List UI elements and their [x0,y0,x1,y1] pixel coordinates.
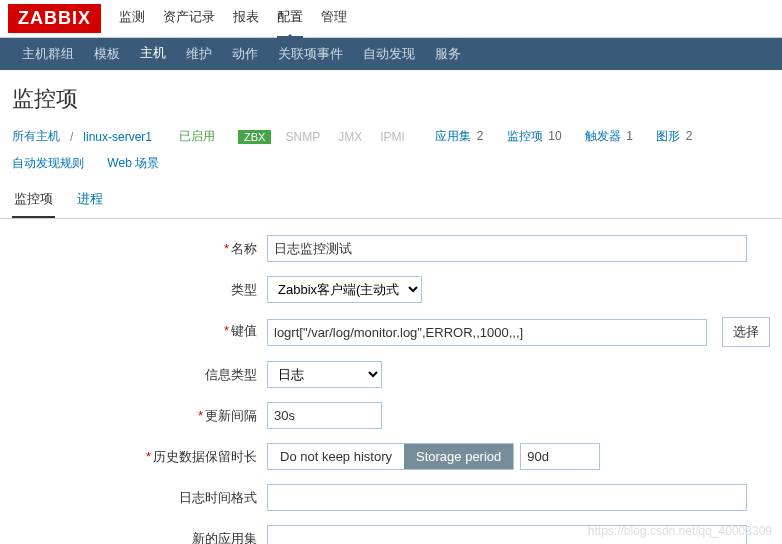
bc-items-count: 10 [548,129,561,143]
bc-graphs-count: 2 [686,129,693,143]
page-title: 监控项 [0,70,782,124]
label-name: *名称 [12,235,267,258]
bc-discovery[interactable]: 自动发现规则 [12,155,84,172]
badge-ipmi: IPMI [376,129,409,145]
input-key[interactable] [267,319,707,346]
history-opt-period[interactable]: Storage period [404,444,513,469]
bc-triggers[interactable]: 触发器 [585,129,621,143]
watermark: https://blog.csdn.net/qq_40003309 [588,524,772,538]
topnav-configuration[interactable]: 配置 [277,0,303,39]
logo[interactable]: ZABBIX [8,4,101,33]
bc-graphs[interactable]: 图形 [656,129,680,143]
sub-nav: 主机群组 模板 主机 维护 动作 关联项事件 自动发现 服务 [0,38,782,70]
label-infotype: 信息类型 [12,361,267,384]
subnav-services[interactable]: 服务 [425,37,471,71]
select-infotype[interactable]: 日志 [267,361,382,388]
top-nav: 监测 资产记录 报表 配置 管理 [119,0,347,39]
bc-divider: / [70,130,73,144]
breadcrumb: 所有主机 / linux-server1 已启用 ZBXSNMPJMXIPMI … [0,124,782,182]
tab-item[interactable]: 监控项 [12,182,55,218]
input-logformat[interactable] [267,484,747,511]
status-enabled: 已启用 [179,128,215,145]
bc-items[interactable]: 监控项 [507,129,543,143]
topnav-administration[interactable]: 管理 [321,0,347,39]
history-opt-nokeep[interactable]: Do not keep history [268,444,404,469]
input-history-value[interactable] [520,443,600,470]
bc-applications[interactable]: 应用集 [435,129,471,143]
subnav-correlation[interactable]: 关联项事件 [268,37,353,71]
item-form: *名称 类型 Zabbix客户端(主动式) *键值 选择 信息类型 日志 *更新… [0,219,782,544]
tabs: 监控项 进程 [0,182,782,219]
bc-allhosts[interactable]: 所有主机 [12,128,60,145]
bc-host[interactable]: linux-server1 [83,130,152,144]
label-key: *键值 [12,317,267,340]
tab-process[interactable]: 进程 [75,182,105,218]
topnav-monitoring[interactable]: 监测 [119,0,145,39]
subnav-maintenance[interactable]: 维护 [176,37,222,71]
topnav-reports[interactable]: 报表 [233,0,259,39]
label-interval: *更新间隔 [12,402,267,425]
badge-jmx: JMX [334,129,366,145]
input-name[interactable] [267,235,747,262]
subnav-hostgroups[interactable]: 主机群组 [12,37,84,71]
label-newapp: 新的应用集 [12,525,267,544]
bc-applications-count: 2 [477,129,484,143]
input-interval[interactable] [267,402,382,429]
badge-snmp: SNMP [281,129,324,145]
label-type: 类型 [12,276,267,299]
label-logformat: 日志时间格式 [12,484,267,507]
subnav-hosts[interactable]: 主机 [130,36,176,73]
badge-zbx: ZBX [238,130,271,144]
button-select-key[interactable]: 选择 [722,317,770,347]
subnav-discovery[interactable]: 自动发现 [353,37,425,71]
bc-web[interactable]: Web 场景 [107,155,159,172]
subnav-actions[interactable]: 动作 [222,37,268,71]
select-type[interactable]: Zabbix客户端(主动式) [267,276,422,303]
history-segment: Do not keep history Storage period [267,443,514,470]
topnav-inventory[interactable]: 资产记录 [163,0,215,39]
bc-triggers-count: 1 [626,129,633,143]
label-history: *历史数据保留时长 [12,443,267,466]
subnav-templates[interactable]: 模板 [84,37,130,71]
